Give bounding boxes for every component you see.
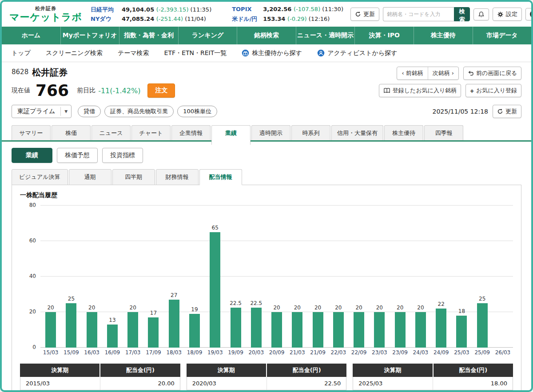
index-item: 日経平均49,104.05 (-2,393.15) (11:35) xyxy=(91,6,211,14)
back-button[interactable]: 前の画面に戻る xyxy=(463,67,521,80)
x-axis-label: 21/09 xyxy=(307,349,328,356)
undo-icon xyxy=(468,70,474,76)
chart-tab-四半期[interactable]: 四半期 xyxy=(112,169,155,185)
tab-企業情報[interactable]: 企業情報 xyxy=(171,125,211,140)
tab-時系列[interactable]: 時系列 xyxy=(291,125,330,140)
search-button[interactable]: 検索 xyxy=(454,7,470,21)
bar-slot-15/03: 20 xyxy=(40,206,61,348)
table-header-cell: 配当金(円) xyxy=(434,364,513,377)
bar-slot-19/03: 65 xyxy=(205,206,225,348)
nav-item-指数・為替・金利[interactable]: 指数・為替・金利 xyxy=(119,27,178,44)
nav-item-株主優待[interactable]: 株主優待 xyxy=(414,27,473,44)
nav-item-Myポートフォリオ[interactable]: Myポートフォリオ xyxy=(60,27,119,44)
y-axis-label: 20 xyxy=(29,309,36,315)
main-nav: ホームMyポートフォリオ指数・為替・金利ランキング銘柄検索ニュース・適時開示決算… xyxy=(2,27,531,44)
index-value: 3,202.56 xyxy=(263,6,294,12)
index-time: (11:30) xyxy=(322,6,343,12)
symbol-search-input[interactable] xyxy=(383,7,454,21)
favorites-list-button[interactable]: 登録したお気に入り銘柄 xyxy=(379,84,461,97)
nav-item-決算・IPO[interactable]: 決算・IPO xyxy=(354,27,414,44)
index-item: TOPIX3,202.56 (-107.58) (11:30) xyxy=(232,6,343,14)
tab-信用・大量保有[interactable]: 信用・大量保有 xyxy=(331,125,383,140)
bar xyxy=(66,303,76,348)
bar-value-label: 20 xyxy=(376,305,383,311)
bar-slot-17/09: 17 xyxy=(143,206,163,348)
x-axis-label: 16/09 xyxy=(102,349,123,356)
index-item: 米ドル/円153.34 (-0.29) (12:16) xyxy=(232,15,343,23)
subnav-item-トップ[interactable]: トップ xyxy=(12,49,31,57)
chart-tab-財務情報[interactable]: 財務情報 xyxy=(156,169,199,185)
nav-item-銘柄検索[interactable]: 銘柄検索 xyxy=(237,27,296,44)
subnav-item-テーマ検索[interactable]: テーマ検索 xyxy=(118,49,149,57)
tab-チャート[interactable]: チャート xyxy=(131,125,171,140)
bar-slot-25/03: 18 xyxy=(451,206,472,348)
subnav-item-ETF・ETN・REIT一覧[interactable]: ETF・ETN・REIT一覧 xyxy=(164,49,227,57)
bar xyxy=(395,312,406,348)
table-row: 2020/0322.50 xyxy=(187,377,347,390)
bar xyxy=(415,312,426,348)
favorites-add-button[interactable]: + お気に入り登録 xyxy=(465,84,521,97)
brand-logo[interactable]: 松井証券 マーケットラボ xyxy=(8,5,84,23)
bar-value-label: 22.5 xyxy=(230,300,242,306)
chart-tab-ビジュアル決算[interactable]: ビジュアル決算 xyxy=(12,169,68,185)
bar-value-label: 20 xyxy=(335,305,342,311)
next-symbol-button[interactable]: 次銘柄 › xyxy=(428,67,458,79)
subtab-投資指標[interactable]: 投資指標 xyxy=(102,148,143,163)
y-axis-label: 0 xyxy=(32,344,36,350)
settings-button[interactable]: 設定 xyxy=(493,8,522,21)
help-button[interactable]: ? xyxy=(525,8,533,20)
app-window: 松井証券 マーケットラボ 日経平均49,104.05 (-2,393.15) (… xyxy=(0,0,533,392)
tab-株主優待[interactable]: 株主優待 xyxy=(384,125,423,140)
bar xyxy=(231,308,241,348)
tab-株価[interactable]: 株価 xyxy=(52,125,91,140)
tab-四季報[interactable]: 四季報 xyxy=(424,125,463,140)
tab-業績[interactable]: 業績 xyxy=(211,125,251,145)
tab-サマリー[interactable]: サマリー xyxy=(12,125,51,140)
notifications-button[interactable] xyxy=(473,8,489,20)
main-tab-bar: サマリー株価ニュースチャート企業情報業績適時開示時系列信用・大量保有株主優待四季… xyxy=(2,125,531,142)
header-actions: 更新 検索 設定 ? xyxy=(350,7,533,21)
subtab-株価予想[interactable]: 株価予想 xyxy=(57,148,98,163)
price-label: 現在値 xyxy=(12,87,30,95)
table-cell-dividend: 20.00 xyxy=(100,377,180,390)
table-cell-period: 2020/03 xyxy=(187,377,267,390)
order-button[interactable]: 注文 xyxy=(147,83,175,98)
subtab-業績[interactable]: 業績 xyxy=(12,148,52,163)
subnav-item-株主優待から探す[interactable]: 株主優待から探す xyxy=(242,49,302,57)
x-axis-label: 15/03 xyxy=(40,349,61,356)
nav-item-ランキング[interactable]: ランキング xyxy=(178,27,237,44)
prev-symbol-button[interactable]: ‹ 前銘柄 xyxy=(397,67,427,79)
market-segment-select[interactable]: 東証プライム ▼ xyxy=(12,105,72,118)
x-axis-label: 19/03 xyxy=(205,349,225,356)
tab-ニュース[interactable]: ニュース xyxy=(91,125,131,140)
stock-refresh-button[interactable]: 更新 xyxy=(493,105,521,118)
header-refresh-button[interactable]: 更新 xyxy=(350,8,379,21)
chart-tab-通期[interactable]: 通期 xyxy=(69,169,111,185)
index-time: (11:35) xyxy=(191,6,212,13)
table-header-cell: 決算期 xyxy=(187,364,267,377)
index-change: (-2,393.15) xyxy=(156,6,191,13)
dividend-table: 決算期配当金(円)2020/0322.50 xyxy=(187,364,347,390)
chart-tab-配当情報[interactable]: 配当情報 xyxy=(199,169,242,185)
nav-item-ホーム[interactable]: ホーム xyxy=(2,27,60,44)
next-symbol-label: 次銘柄 xyxy=(433,70,450,76)
subnav-item-スクリーニング検索[interactable]: スクリーニング検索 xyxy=(46,49,103,57)
bar-slot-20/03: 22.5 xyxy=(246,206,266,348)
index-quote: 153.34 (-0.29) (12:16) xyxy=(263,16,330,22)
bar-slot-18/09: 19 xyxy=(184,206,205,348)
nav-item-ニュース・適時開示[interactable]: ニュース・適時開示 xyxy=(296,27,355,44)
header-refresh-label: 更新 xyxy=(363,10,375,18)
x-axis-label: 21/03 xyxy=(287,349,307,356)
person-icon xyxy=(317,49,325,57)
bar-slot-26/03 xyxy=(493,206,513,348)
nav-item-市場データ[interactable]: 市場データ xyxy=(473,27,532,44)
tab-適時開示[interactable]: 適時開示 xyxy=(251,125,290,140)
bell-icon xyxy=(478,11,485,18)
bar-value-label: 20 xyxy=(88,305,95,311)
bar-value-label: 25 xyxy=(479,296,485,302)
bar-slot-18/03: 27 xyxy=(164,206,184,348)
market-segment-label: 東証プライム xyxy=(12,105,60,118)
x-axis-label: 25/03 xyxy=(451,349,472,356)
stock-tag: 貸借 xyxy=(78,106,101,117)
subnav-item-アクティビストから探す[interactable]: アクティビストから探す xyxy=(317,49,397,57)
